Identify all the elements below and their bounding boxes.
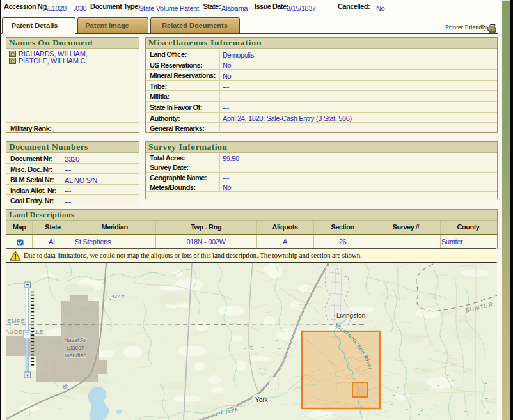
- svg-text:P: P: [11, 51, 15, 57]
- svg-text:17: 17: [249, 345, 254, 350]
- svg-text:P: P: [11, 58, 15, 64]
- svg-text:437 ft: 437 ft: [111, 293, 125, 299]
- svg-text:Naval Air: Naval Air: [64, 337, 87, 343]
- svg-text:York: York: [255, 396, 269, 403]
- svg-text:Station: Station: [67, 345, 84, 351]
- svg-text:Livingston: Livingston: [336, 312, 365, 319]
- svg-text:Meridian: Meridian: [65, 352, 87, 359]
